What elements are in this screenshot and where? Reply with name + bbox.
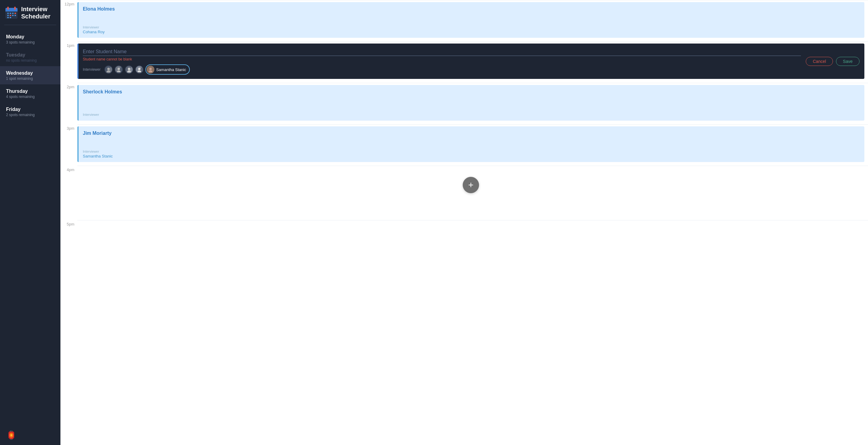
interviewer-form-label: Interviewer (83, 67, 101, 72)
avatar-selected-samantha[interactable]: Samantha Stanic (145, 64, 190, 75)
cancel-button[interactable]: Cancel (806, 57, 833, 66)
new-interview-form: Student name cannot be blank Interviewer (78, 43, 864, 79)
interview-card-jim-moriarty[interactable]: Jim Moriarty Interviewer Samantha Stanic (78, 126, 864, 162)
student-name: Elona Holmes (83, 6, 860, 12)
svg-rect-9 (7, 15, 9, 16)
error-text: Student name cannot be blank (83, 57, 801, 61)
sidebar-header: Interview Scheduler (0, 0, 60, 25)
selected-interviewer-name: Samantha Stanic (156, 67, 186, 72)
time-label-2pm: 2pm (60, 83, 78, 89)
app-title: Interview Scheduler (21, 5, 51, 20)
save-button[interactable]: Save (836, 57, 860, 66)
svg-point-21 (138, 68, 141, 70)
svg-rect-3 (7, 7, 9, 10)
time-row-12pm: 12pm Elona Holmes Interviewer Cohana Roy (60, 0, 868, 41)
interviewer-name: Samantha Stanic (83, 154, 860, 158)
svg-point-18 (117, 70, 121, 72)
svg-point-24 (149, 70, 152, 72)
sidebar: Interview Scheduler Monday 3 spots remai… (0, 0, 60, 445)
svg-point-19 (128, 68, 130, 70)
interview-card-sherlock-holmes[interactable]: Sherlock Holmes Interviewer (78, 85, 864, 121)
svg-rect-13 (7, 17, 9, 18)
time-content-2pm: Sherlock Holmes Interviewer (78, 83, 868, 124)
avatar-4[interactable] (135, 65, 144, 74)
avatar-1[interactable] (104, 65, 113, 74)
svg-rect-4 (14, 7, 16, 10)
time-row-1pm: 1pm Student name cannot be blank Intervi… (60, 41, 868, 83)
sidebar-item-tuesday[interactable]: Tuesday no spots remaining (0, 48, 60, 66)
svg-rect-5 (7, 13, 9, 14)
svg-rect-7 (12, 13, 13, 14)
student-name-input[interactable] (83, 48, 801, 56)
svg-point-15 (107, 68, 110, 70)
svg-rect-8 (14, 13, 16, 14)
svg-point-20 (127, 70, 131, 72)
card-actions: Cancel Save (806, 57, 860, 66)
add-interview-button[interactable]: + (463, 177, 479, 193)
sidebar-item-monday[interactable]: Monday 3 spots remaining (0, 30, 60, 48)
time-label-1pm: 1pm (60, 41, 78, 48)
interviewer-row: Interviewer (83, 64, 801, 75)
interview-card-elona-holmes[interactable]: Elona Holmes Interviewer Cohana Roy (78, 2, 864, 38)
time-row-3pm: 3pm Jim Moriarty Interviewer Samantha St… (60, 124, 868, 166)
interviewer-label: Interviewer (83, 25, 860, 29)
svg-point-22 (137, 70, 141, 72)
time-row-5pm: 5pm (60, 220, 868, 262)
time-row-4pm: 4pm + (60, 166, 868, 220)
svg-rect-6 (10, 13, 11, 14)
avatar-3[interactable] (125, 65, 133, 74)
sidebar-nav: Monday 3 spots remaining Tuesday no spot… (0, 28, 60, 425)
time-label-4pm: 4pm (60, 166, 78, 172)
interviewer-label: Interviewer (83, 113, 860, 116)
svg-point-16 (107, 70, 110, 72)
time-label-12pm: 12pm (60, 0, 78, 6)
avatar-2[interactable] (115, 65, 123, 74)
interviewer-name: Cohana Roy (83, 30, 860, 34)
student-name: Jim Moriarty (83, 130, 860, 136)
svg-point-17 (118, 68, 120, 70)
time-content-12pm: Elona Holmes Interviewer Cohana Roy (78, 0, 868, 41)
app-logo-icon (5, 6, 18, 19)
sidebar-item-thursday[interactable]: Thursday 4 spots remaining (0, 84, 60, 102)
form-section: Student name cannot be blank Interviewer (83, 48, 801, 75)
interviewer-label: Interviewer (83, 150, 860, 153)
student-name: Sherlock Holmes (83, 89, 860, 95)
main-content: 12pm Elona Holmes Interviewer Cohana Roy… (60, 0, 868, 445)
time-label-3pm: 3pm (60, 124, 78, 130)
time-row-2pm: 2pm Sherlock Holmes Interviewer (60, 83, 868, 124)
svg-rect-14 (10, 17, 11, 18)
time-content-1pm: Student name cannot be blank Interviewer (78, 41, 868, 83)
sidebar-item-friday[interactable]: Friday 2 spots remaining (0, 102, 60, 121)
time-content-3pm: Jim Moriarty Interviewer Samantha Stanic (78, 124, 868, 166)
svg-rect-12 (14, 15, 16, 16)
add-button-container: + (78, 168, 864, 202)
svg-rect-10 (10, 15, 11, 16)
svg-point-23 (149, 68, 152, 70)
time-label-5pm: 5pm (60, 220, 78, 227)
svg-rect-11 (12, 15, 13, 16)
avatar-5 (147, 66, 154, 73)
time-content-5pm (78, 220, 868, 262)
sidebar-footer: 🏮 (0, 425, 60, 445)
timeline: 12pm Elona Holmes Interviewer Cohana Roy… (60, 0, 868, 279)
time-content-4pm: + (78, 166, 868, 220)
svg-rect-2 (5, 10, 18, 11)
lighthouse-icon: 🏮 (6, 431, 17, 440)
sidebar-item-wednesday[interactable]: Wednesday 1 spot remaining (0, 66, 60, 84)
